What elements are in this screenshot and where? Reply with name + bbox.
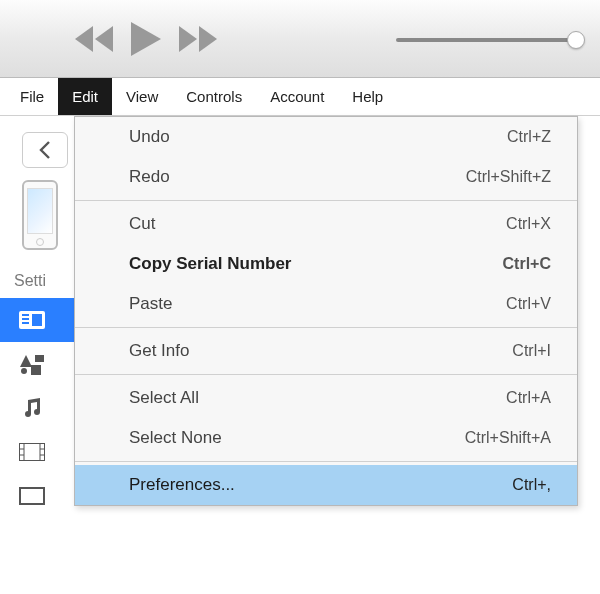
menuitem-shortcut: Ctrl+, (512, 476, 551, 494)
sidebar-item-apps[interactable] (0, 342, 76, 386)
play-button[interactable] (131, 22, 161, 56)
menuitem-get-info[interactable]: Get Info Ctrl+I (75, 331, 577, 371)
summary-icon (18, 309, 46, 331)
edit-menu-dropdown: Undo Ctrl+Z Redo Ctrl+Shift+Z Cut Ctrl+X… (74, 116, 578, 506)
sidebar-item-tvshows[interactable] (0, 474, 76, 518)
svg-marker-2 (131, 22, 161, 56)
tv-icon (18, 485, 46, 507)
menuitem-label: Get Info (129, 341, 189, 361)
svg-point-10 (21, 368, 27, 374)
player-toolbar (0, 0, 600, 78)
movies-icon (18, 441, 46, 463)
sidebar-item-music[interactable] (0, 386, 76, 430)
phone-icon (22, 180, 58, 250)
menuitem-shortcut: Ctrl+I (512, 342, 551, 360)
previous-button[interactable] (75, 26, 113, 52)
menuitem-label: Cut (129, 214, 155, 234)
menuitem-shortcut: Ctrl+A (506, 389, 551, 407)
svg-rect-6 (22, 314, 29, 316)
svg-marker-3 (179, 26, 197, 52)
volume-track (396, 38, 576, 42)
menuitem-label: Undo (129, 127, 170, 147)
menuitem-label: Preferences... (129, 475, 235, 495)
menuitem-undo[interactable]: Undo Ctrl+Z (75, 117, 577, 157)
svg-rect-8 (22, 322, 29, 324)
menuitem-label: Copy Serial Number (129, 254, 292, 274)
menuitem-cut[interactable]: Cut Ctrl+X (75, 204, 577, 244)
sidebar: Setti (0, 116, 76, 518)
back-button[interactable] (22, 132, 68, 168)
menu-separator (75, 461, 577, 462)
menu-view[interactable]: View (112, 78, 172, 115)
menu-separator (75, 200, 577, 201)
music-icon (18, 397, 46, 419)
menu-account[interactable]: Account (256, 78, 338, 115)
svg-rect-13 (19, 443, 45, 461)
svg-marker-1 (95, 26, 113, 52)
menu-file[interactable]: File (6, 78, 58, 115)
menuitem-shortcut: Ctrl+X (506, 215, 551, 233)
svg-marker-0 (75, 26, 93, 52)
menuitem-shortcut: Ctrl+V (506, 295, 551, 313)
svg-rect-11 (31, 365, 41, 375)
menu-controls[interactable]: Controls (172, 78, 256, 115)
menuitem-label: Redo (129, 167, 170, 187)
svg-rect-9 (32, 314, 42, 326)
menu-separator (75, 327, 577, 328)
menuitem-redo[interactable]: Redo Ctrl+Shift+Z (75, 157, 577, 197)
sidebar-item-summary[interactable] (0, 298, 76, 342)
menuitem-shortcut: Ctrl+Shift+A (465, 429, 551, 447)
svg-rect-7 (22, 318, 29, 320)
menubar: File Edit View Controls Account Help (0, 78, 600, 116)
menuitem-shortcut: Ctrl+C (503, 255, 551, 273)
volume-thumb[interactable] (567, 31, 585, 49)
menu-separator (75, 374, 577, 375)
svg-marker-4 (199, 26, 217, 52)
svg-rect-12 (35, 355, 44, 362)
menuitem-shortcut: Ctrl+Z (507, 128, 551, 146)
menuitem-paste[interactable]: Paste Ctrl+V (75, 284, 577, 324)
menuitem-preferences[interactable]: Preferences... Ctrl+, (75, 465, 577, 505)
menuitem-copy-serial-number[interactable]: Copy Serial Number Ctrl+C (75, 244, 577, 284)
menuitem-label: Select All (129, 388, 199, 408)
apps-icon (18, 353, 46, 375)
playback-controls (75, 22, 217, 56)
menuitem-select-none[interactable]: Select None Ctrl+Shift+A (75, 418, 577, 458)
menu-edit[interactable]: Edit (58, 78, 112, 115)
next-button[interactable] (179, 26, 217, 52)
settings-heading: Setti (14, 272, 76, 290)
sidebar-item-movies[interactable] (0, 430, 76, 474)
svg-rect-20 (20, 488, 44, 504)
device-thumbnail[interactable] (22, 180, 66, 250)
volume-slider[interactable] (396, 38, 576, 42)
menuitem-select-all[interactable]: Select All Ctrl+A (75, 378, 577, 418)
menu-help[interactable]: Help (338, 78, 397, 115)
menuitem-shortcut: Ctrl+Shift+Z (466, 168, 551, 186)
chevron-left-icon (38, 141, 52, 159)
menuitem-label: Paste (129, 294, 172, 314)
menuitem-label: Select None (129, 428, 222, 448)
